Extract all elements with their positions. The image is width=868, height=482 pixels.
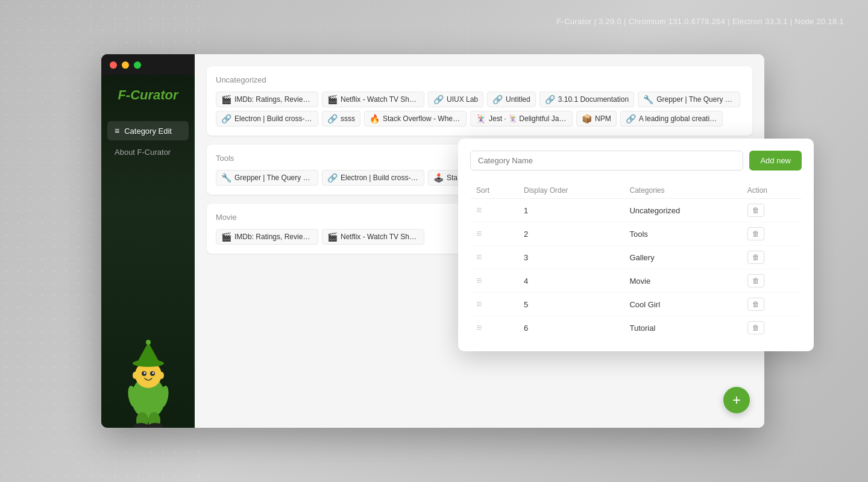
- bookmark-item[interactable]: 🔗3.10.1 Documentation: [539, 92, 634, 107]
- col-sort: Sort: [470, 183, 518, 199]
- bookmark-label: Netflix - Watch TV Show...: [341, 95, 419, 104]
- category-title: Uncategorized: [216, 75, 743, 84]
- drag-handle-icon[interactable]: ≡: [476, 205, 482, 215]
- bookmark-favicon: 🎬: [327, 95, 338, 104]
- bookmark-label: IMDb: Ratings, Reviews, ...: [234, 233, 313, 241]
- bookmark-favicon: 🔗: [626, 114, 636, 124]
- table-row: ≡5Cool Girl🗑: [470, 293, 802, 316]
- drag-handle-icon[interactable]: ≡: [476, 228, 482, 239]
- bookmark-label: 3.10.1 Documentation: [558, 95, 629, 104]
- bookmark-favicon: 🔗: [327, 173, 338, 183]
- sidebar-item-label-about: About F-Curator: [115, 148, 171, 157]
- bookmark-label: ssss: [341, 114, 355, 123]
- table-header: Sort Display Order Categories Action: [470, 183, 802, 199]
- bookmark-item[interactable]: 🔧Grepper | The Query & A...: [638, 92, 740, 107]
- delete-category-button[interactable]: 🗑: [747, 274, 764, 287]
- display-order-cell: 3: [518, 246, 624, 269]
- table-row: ≡3Gallery🗑: [470, 246, 802, 269]
- minimize-button[interactable]: [122, 61, 129, 69]
- sidebar-menu: ≡ Category Edit About F-Curator: [101, 121, 195, 164]
- delete-category-button[interactable]: 🗑: [747, 227, 764, 240]
- table-body: ≡1Uncategorized🗑≡2Tools🗑≡3Gallery🗑≡4Movi…: [470, 199, 802, 340]
- sidebar-item-category-edit[interactable]: ≡ Category Edit: [107, 121, 189, 140]
- bookmark-favicon: 🔥: [370, 114, 380, 124]
- bookmark-label: Netflix - Watch TV Show...: [341, 233, 419, 241]
- svg-point-8: [152, 372, 154, 374]
- bookmarks-grid: 🎬IMDb: Ratings, Reviews, ...🎬Netflix - W…: [216, 92, 743, 127]
- bookmark-favicon: 🔧: [221, 173, 231, 183]
- display-order-cell: 1: [518, 199, 624, 222]
- delete-category-button[interactable]: 🗑: [747, 298, 764, 311]
- bookmark-item[interactable]: 🔗Untitled: [487, 92, 536, 107]
- categories-table: Sort Display Order Categories Action ≡1U…: [470, 183, 802, 339]
- bookmark-item[interactable]: 🎬Netflix - Watch TV Show...: [322, 229, 424, 245]
- bookmark-item[interactable]: 🎬Netflix - Watch TV Show...: [322, 92, 424, 107]
- drag-handle-cell: ≡: [470, 316, 518, 340]
- bookmark-favicon: 📦: [582, 114, 592, 124]
- bookmark-label: Untitled: [506, 95, 530, 104]
- display-order-cell: 5: [518, 293, 624, 316]
- bookmark-item[interactable]: 🎬IMDb: Ratings, Reviews, ...: [216, 229, 318, 245]
- drag-handle-icon[interactable]: ≡: [476, 322, 482, 333]
- bookmark-favicon: 🔧: [643, 95, 653, 104]
- bookmark-item[interactable]: 🔗UIUX Lab: [428, 92, 483, 107]
- bookmark-favicon: 🎬: [221, 232, 231, 242]
- col-display-order: Display Order: [518, 183, 624, 199]
- drag-handle-icon[interactable]: ≡: [476, 275, 482, 286]
- drag-handle-icon[interactable]: ≡: [476, 252, 482, 262]
- delete-category-button[interactable]: 🗑: [747, 321, 764, 334]
- bookmark-item[interactable]: 🔗Electron | Build cross-plat...: [322, 170, 424, 186]
- sidebar: F-Curator ≡ Category Edit About F-Curato…: [101, 54, 195, 428]
- bookmark-favicon: 🔗: [545, 95, 555, 104]
- svg-point-7: [143, 372, 145, 374]
- bookmark-favicon: 🔗: [327, 114, 338, 124]
- bookmark-label: A leading global creative ...: [639, 114, 717, 123]
- display-order-cell: 2: [518, 222, 624, 246]
- bookmark-item[interactable]: 🔗ssss: [322, 111, 360, 127]
- bookmark-label: Electron | Build cross-plat...: [234, 114, 313, 123]
- table-row: ≡4Movie🗑: [470, 269, 802, 293]
- mascot-area: [101, 307, 195, 428]
- bookmark-label: Electron | Build cross-plat...: [341, 174, 419, 182]
- action-cell: 🗑: [741, 199, 802, 222]
- bookmark-item[interactable]: 🔥Stack Overflow - Where ...: [364, 111, 467, 127]
- category-name-cell: Gallery: [623, 246, 741, 269]
- bookmark-item[interactable]: 🔗A leading global creative ...: [620, 111, 723, 127]
- drag-handle-icon[interactable]: ≡: [476, 299, 482, 309]
- maximize-button[interactable]: [134, 61, 141, 69]
- svg-point-9: [133, 372, 137, 379]
- bookmark-favicon: 🔗: [433, 95, 444, 104]
- fab-add-button[interactable]: +: [723, 387, 750, 413]
- drag-handle-cell: ≡: [470, 269, 518, 293]
- version-text: F-Curator | 3.29.0 | Chromium 131.0.6778…: [556, 17, 844, 26]
- bookmark-item[interactable]: 📦NPM: [576, 111, 617, 127]
- bookmark-label: UIUX Lab: [447, 95, 478, 104]
- logo-suffix: Curator: [130, 87, 178, 102]
- app-logo: F-Curator: [118, 87, 178, 103]
- category-name-input[interactable]: [470, 151, 743, 171]
- drag-handle-cell: ≡: [470, 199, 518, 222]
- category-edit-overlay: Add new Sort Display Order Categories Ac…: [458, 139, 814, 351]
- category-name-cell: Tutorial: [623, 316, 741, 340]
- mascot-icon: [118, 331, 178, 428]
- display-order-cell: 6: [518, 316, 624, 340]
- delete-category-button[interactable]: 🗑: [747, 204, 764, 217]
- add-new-button[interactable]: Add new: [749, 151, 802, 171]
- fab-icon: +: [732, 392, 741, 408]
- svg-marker-3: [136, 342, 160, 364]
- drag-handle-cell: ≡: [470, 293, 518, 316]
- bookmark-item[interactable]: 🃏Jest · 🃏 Delightful JavaSc...: [470, 111, 573, 127]
- delete-category-button[interactable]: 🗑: [747, 251, 764, 264]
- close-button[interactable]: [110, 61, 117, 69]
- bookmark-item[interactable]: 🔗Electron | Build cross-plat...: [216, 111, 318, 127]
- bookmark-item[interactable]: 🔧Grepper | The Query & A...: [216, 170, 318, 186]
- action-cell: 🗑: [741, 269, 802, 293]
- drag-handle-cell: ≡: [470, 222, 518, 246]
- bookmark-label: NPM: [595, 114, 611, 123]
- bookmark-item[interactable]: 🎬IMDb: Ratings, Reviews, ...: [216, 92, 318, 107]
- table-row: ≡1Uncategorized🗑: [470, 199, 802, 222]
- sidebar-item-about[interactable]: About F-Curator: [107, 143, 189, 161]
- category-name-cell: Tools: [623, 222, 741, 246]
- category-edit-icon: ≡: [115, 126, 119, 136]
- bookmark-label: Grepper | The Query & A...: [234, 174, 313, 182]
